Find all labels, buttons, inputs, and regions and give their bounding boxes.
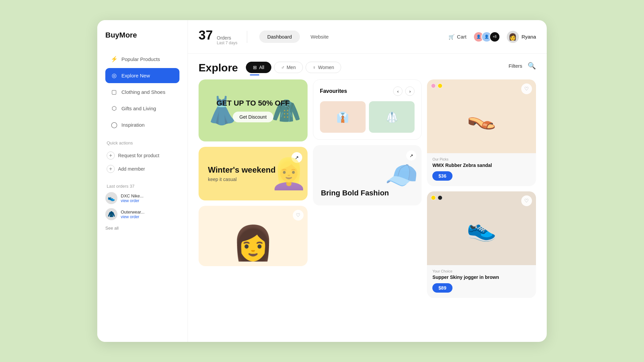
- tab-website[interactable]: Website: [303, 31, 337, 43]
- color-dot-pink[interactable]: [431, 83, 436, 88]
- banner-text: GET UP TO 50% OFF Get Discount: [216, 99, 289, 122]
- product-info: Your Choice Supper Skiny jogger in brown…: [427, 265, 536, 298]
- favourites-nav: ‹ ›: [393, 86, 415, 96]
- order-item: 👟 DXC Nike... view order: [105, 192, 179, 204]
- cart-label: Cart: [457, 34, 466, 40]
- cart-icon: 🛒: [448, 34, 455, 40]
- fav-image: 👔: [320, 101, 366, 133]
- sidebar-item-explore[interactable]: ◎ Explore New: [105, 68, 179, 83]
- color-dot-yellow[interactable]: [438, 83, 442, 88]
- product-image-placeholder: 👩: [199, 220, 308, 266]
- product-label: Your Choice: [432, 269, 531, 273]
- tab-dashboard[interactable]: Dashboard: [259, 31, 300, 43]
- popular-icon: ⚡: [111, 56, 117, 63]
- men-icon: ♂: [281, 65, 285, 70]
- orders-number: 37: [199, 28, 213, 43]
- heart-button[interactable]: ♡: [521, 83, 532, 94]
- discount-banner: GET UP TO 50% OFF Get Discount 👗 🧥: [199, 79, 308, 141]
- explore-filter-row: Explore ⊞ All ♂ Men ♀ Women: [199, 62, 536, 75]
- add-member-action[interactable]: + Add member: [105, 162, 179, 176]
- filter-tabs: ⊞ All ♂ Men ♀ Women: [246, 62, 341, 73]
- sidebar-item-clothing[interactable]: ▢ Clothing and Shoes: [105, 84, 179, 100]
- next-button[interactable]: ›: [405, 86, 415, 96]
- header: 37 Orders Last 7 days Dashboard Website …: [188, 20, 547, 54]
- product-card-sandal: 👡 ♡ Our Picks WMX Rubber Zebra sandal: [427, 79, 536, 186]
- request-product-action[interactable]: + Request for product: [105, 149, 179, 162]
- product-card-jogger: 👟 ♡ Your Choice Supper Skiny jogger in b…: [427, 191, 536, 298]
- fav-image: 🥼: [369, 101, 415, 133]
- color-options: [431, 195, 442, 200]
- orange-card: ♡ 👩: [199, 206, 308, 266]
- product-name: WMX Rubber Zebra sandal: [432, 163, 531, 168]
- prev-button[interactable]: ‹: [393, 86, 402, 96]
- product-image-jogger: 👟 ♡: [427, 191, 536, 265]
- get-discount-button[interactable]: Get Discount: [233, 112, 273, 122]
- order-name: Outerwear...: [121, 209, 145, 215]
- heart-button[interactable]: ♡: [521, 195, 532, 206]
- product-info: Our Picks WMX Rubber Zebra sandal $36: [427, 153, 536, 186]
- quick-actions-label: Quick actions: [107, 140, 179, 145]
- bold-fashion-title: Bring Bold Fashion: [321, 189, 414, 197]
- user-profile[interactable]: 👩 Ryana: [507, 31, 536, 43]
- filter-men[interactable]: ♂ Men: [274, 62, 303, 73]
- sidebar: BuyMore ⚡ Popular Products ◎ Explore New…: [97, 20, 188, 342]
- price-button[interactable]: $89: [432, 283, 452, 293]
- product-image-sandal: 👡 ♡: [427, 79, 536, 153]
- sidebar-item-label: Clothing and Shoes: [121, 89, 165, 95]
- product-grid: GET UP TO 50% OFF Get Discount 👗 🧥 ↗ Win…: [199, 79, 536, 334]
- price-button[interactable]: $36: [432, 171, 452, 181]
- discount-text: GET UP TO 50% OFF: [216, 99, 289, 108]
- favourites-header: Favourites ‹ ›: [320, 86, 415, 96]
- main-content: 37 Orders Last 7 days Dashboard Website …: [188, 20, 547, 342]
- view-order-link[interactable]: view order: [121, 215, 145, 219]
- favourites-card: Favourites ‹ › 👔 🥼: [313, 79, 422, 140]
- see-all-link[interactable]: See all: [105, 226, 179, 231]
- order-item: 🧥 Outerwear... view order: [105, 208, 179, 220]
- sidebar-item-label: Inspiration: [121, 122, 145, 128]
- page-title: Explore: [199, 62, 238, 74]
- inspiration-icon: ◯: [111, 121, 117, 128]
- sidebar-item-label: Explore New: [121, 73, 150, 78]
- plus-icon: +: [107, 165, 115, 173]
- order-name: DXC Nike...: [121, 193, 144, 198]
- filter-all[interactable]: ⊞ All: [246, 62, 271, 73]
- sandal-image: 👡: [467, 102, 497, 131]
- orders-label: Orders: [217, 35, 237, 41]
- sidebar-item-inspiration[interactable]: ◯ Inspiration: [105, 117, 179, 132]
- sidebar-item-label: Gifts and Living: [121, 106, 156, 111]
- filters-label[interactable]: Filters: [508, 63, 522, 69]
- avatar-count: +8: [489, 32, 500, 42]
- color-dot-black[interactable]: [438, 195, 442, 200]
- search-icon[interactable]: 🔍: [528, 62, 536, 70]
- bold-fashion-card: ↗ 🧢 Bring Bold Fashion: [313, 145, 422, 205]
- heart-button[interactable]: ♡: [293, 210, 304, 221]
- left-column: GET UP TO 50% OFF Get Discount 👗 🧥 ↗ Win…: [199, 79, 308, 334]
- orders-sublabel: Last 7 days: [217, 41, 237, 45]
- user-avatars: 👤 👤 +8: [473, 32, 500, 42]
- logo: BuyMore: [105, 31, 179, 40]
- plus-icon: +: [107, 152, 115, 160]
- tab-indicator: [250, 74, 259, 75]
- avatar: 👩: [507, 31, 519, 43]
- favourites-title: Favourites: [320, 88, 347, 94]
- favourites-images: 👔 🥼: [320, 101, 415, 133]
- order-avatar: 👟: [105, 192, 117, 204]
- jogger-image: 👟: [467, 214, 497, 243]
- all-icon: ⊞: [253, 65, 257, 70]
- order-avatar: 🧥: [105, 208, 117, 220]
- color-options: [431, 83, 442, 88]
- color-dot-yellow[interactable]: [431, 195, 436, 200]
- sidebar-item-gifts[interactable]: ⬡ Gifts and Living: [105, 101, 179, 116]
- product-footer: $36: [432, 171, 531, 181]
- header-nav-tabs: Dashboard Website: [259, 31, 337, 43]
- winter-decoration: 👱‍♀️: [270, 147, 308, 200]
- winter-banner: ↗ Winter's weekend keep it casual 👱‍♀️: [199, 147, 308, 200]
- view-order-link[interactable]: view order: [121, 198, 144, 203]
- cart-button[interactable]: 🛒 Cart: [448, 34, 466, 40]
- filter-women[interactable]: ♀ Women: [306, 62, 341, 73]
- orders-count: 37 Orders Last 7 days: [199, 28, 237, 45]
- product-name: Supper Skiny jogger in brown: [432, 275, 531, 280]
- nav-item[interactable]: ⚡ Popular Products: [105, 52, 179, 67]
- gifts-icon: ⬡: [111, 105, 117, 112]
- user-name: Ryana: [522, 34, 536, 40]
